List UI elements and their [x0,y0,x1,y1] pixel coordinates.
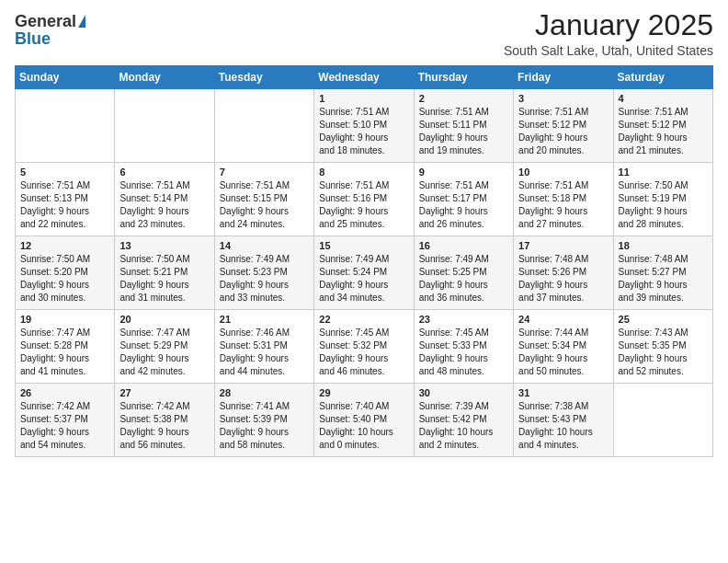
col-tuesday: Tuesday [214,66,313,89]
logo-general-text: General [15,13,76,29]
col-wednesday: Wednesday [314,66,414,89]
day-cell: 31Sunrise: 7:38 AMSunset: 5:43 PMDayligh… [514,384,613,457]
day-info: Sunrise: 7:50 AMSunset: 5:20 PMDaylight:… [20,253,109,304]
day-info: Sunrise: 7:51 AMSunset: 5:12 PMDaylight:… [518,106,608,157]
day-info: Sunrise: 7:43 AMSunset: 5:35 PMDaylight:… [619,327,708,378]
day-number: 25 [619,314,708,325]
day-cell: 10Sunrise: 7:51 AMSunset: 5:18 PMDayligh… [514,163,613,236]
col-friday: Friday [514,66,613,89]
day-info: Sunrise: 7:50 AMSunset: 5:19 PMDaylight:… [619,179,708,231]
day-number: 23 [419,314,508,325]
location: South Salt Lake, Utah, United States [504,43,713,58]
day-number: 14 [220,240,309,251]
day-number: 6 [119,167,209,178]
day-info: Sunrise: 7:39 AMSunset: 5:42 PMDaylight:… [419,400,508,452]
day-cell: 28Sunrise: 7:41 AMSunset: 5:39 PMDayligh… [214,384,313,457]
week-row-1: 1Sunrise: 7:51 AMSunset: 5:10 PMDaylight… [16,89,713,163]
logo-triangle-icon [78,15,85,28]
day-number: 27 [119,387,209,398]
day-cell [115,89,214,163]
calendar-header: Sunday Monday Tuesday Wednesday Thursday… [16,66,713,89]
day-cell: 19Sunrise: 7:47 AMSunset: 5:28 PMDayligh… [16,310,115,384]
day-cell [16,89,115,163]
month-title: January 2025 [504,9,713,41]
day-number: 4 [619,93,708,104]
page: General Blue January 2025 South Salt Lak… [0,0,728,563]
col-saturday: Saturday [613,66,712,89]
day-number: 9 [419,167,508,178]
day-cell: 18Sunrise: 7:48 AMSunset: 5:27 PMDayligh… [613,236,712,310]
day-number: 15 [319,240,408,251]
day-number: 18 [619,240,708,251]
logo: General Blue [15,9,85,49]
day-number: 1 [319,93,408,104]
day-info: Sunrise: 7:38 AMSunset: 5:43 PMDaylight:… [518,400,608,452]
day-cell: 29Sunrise: 7:40 AMSunset: 5:40 PMDayligh… [314,384,414,457]
day-cell: 13Sunrise: 7:50 AMSunset: 5:21 PMDayligh… [115,236,214,310]
title-area: January 2025 South Salt Lake, Utah, Unit… [504,9,713,58]
logo-blue-text: Blue [15,29,51,49]
day-cell: 20Sunrise: 7:47 AMSunset: 5:29 PMDayligh… [115,310,214,384]
day-number: 3 [518,93,608,104]
day-cell: 12Sunrise: 7:50 AMSunset: 5:20 PMDayligh… [16,236,115,310]
day-number: 20 [119,314,209,325]
day-info: Sunrise: 7:45 AMSunset: 5:32 PMDaylight:… [319,327,408,378]
day-number: 12 [20,240,109,251]
day-info: Sunrise: 7:41 AMSunset: 5:39 PMDaylight:… [220,400,309,452]
day-info: Sunrise: 7:51 AMSunset: 5:11 PMDaylight:… [419,106,508,157]
week-row-5: 26Sunrise: 7:42 AMSunset: 5:37 PMDayligh… [16,384,713,457]
calendar-table: Sunday Monday Tuesday Wednesday Thursday… [15,65,713,457]
calendar-body: 1Sunrise: 7:51 AMSunset: 5:10 PMDaylight… [16,89,713,457]
day-number: 16 [419,240,508,251]
week-row-2: 5Sunrise: 7:51 AMSunset: 5:13 PMDaylight… [16,163,713,236]
day-info: Sunrise: 7:49 AMSunset: 5:23 PMDaylight:… [220,253,309,304]
day-number: 22 [319,314,408,325]
day-cell: 24Sunrise: 7:44 AMSunset: 5:34 PMDayligh… [514,310,613,384]
day-info: Sunrise: 7:44 AMSunset: 5:34 PMDaylight:… [518,327,608,378]
col-monday: Monday [115,66,214,89]
day-cell: 6Sunrise: 7:51 AMSunset: 5:14 PMDaylight… [115,163,214,236]
day-number: 17 [518,240,608,251]
day-info: Sunrise: 7:48 AMSunset: 5:27 PMDaylight:… [619,253,708,304]
day-cell: 7Sunrise: 7:51 AMSunset: 5:15 PMDaylight… [214,163,313,236]
header: General Blue January 2025 South Salt Lak… [15,9,713,58]
day-number: 26 [20,387,109,398]
day-number: 28 [220,387,309,398]
col-thursday: Thursday [414,66,513,89]
day-info: Sunrise: 7:51 AMSunset: 5:17 PMDaylight:… [419,179,508,231]
day-cell: 15Sunrise: 7:49 AMSunset: 5:24 PMDayligh… [314,236,414,310]
day-info: Sunrise: 7:45 AMSunset: 5:33 PMDaylight:… [419,327,508,378]
day-info: Sunrise: 7:42 AMSunset: 5:37 PMDaylight:… [20,400,109,452]
day-cell: 16Sunrise: 7:49 AMSunset: 5:25 PMDayligh… [414,236,513,310]
day-cell [214,89,313,163]
day-cell: 11Sunrise: 7:50 AMSunset: 5:19 PMDayligh… [613,163,712,236]
day-cell: 21Sunrise: 7:46 AMSunset: 5:31 PMDayligh… [214,310,313,384]
day-cell [613,384,712,457]
day-info: Sunrise: 7:51 AMSunset: 5:13 PMDaylight:… [20,179,109,231]
day-cell: 23Sunrise: 7:45 AMSunset: 5:33 PMDayligh… [414,310,513,384]
day-cell: 25Sunrise: 7:43 AMSunset: 5:35 PMDayligh… [613,310,712,384]
day-number: 31 [518,387,608,398]
day-info: Sunrise: 7:48 AMSunset: 5:26 PMDaylight:… [518,253,608,304]
day-cell: 14Sunrise: 7:49 AMSunset: 5:23 PMDayligh… [214,236,313,310]
day-number: 2 [419,93,508,104]
day-cell: 22Sunrise: 7:45 AMSunset: 5:32 PMDayligh… [314,310,414,384]
day-info: Sunrise: 7:51 AMSunset: 5:16 PMDaylight:… [319,179,408,231]
day-cell: 5Sunrise: 7:51 AMSunset: 5:13 PMDaylight… [16,163,115,236]
day-info: Sunrise: 7:47 AMSunset: 5:29 PMDaylight:… [119,327,209,378]
day-info: Sunrise: 7:51 AMSunset: 5:18 PMDaylight:… [518,179,608,231]
day-info: Sunrise: 7:51 AMSunset: 5:14 PMDaylight:… [119,179,209,231]
day-cell: 8Sunrise: 7:51 AMSunset: 5:16 PMDaylight… [314,163,414,236]
day-info: Sunrise: 7:40 AMSunset: 5:40 PMDaylight:… [319,400,408,452]
day-info: Sunrise: 7:51 AMSunset: 5:12 PMDaylight:… [619,106,708,157]
day-number: 10 [518,167,608,178]
day-info: Sunrise: 7:51 AMSunset: 5:10 PMDaylight:… [319,106,408,157]
day-cell: 4Sunrise: 7:51 AMSunset: 5:12 PMDaylight… [613,89,712,163]
week-row-4: 19Sunrise: 7:47 AMSunset: 5:28 PMDayligh… [16,310,713,384]
week-row-3: 12Sunrise: 7:50 AMSunset: 5:20 PMDayligh… [16,236,713,310]
day-number: 24 [518,314,608,325]
day-number: 11 [619,167,708,178]
day-number: 29 [319,387,408,398]
day-cell: 30Sunrise: 7:39 AMSunset: 5:42 PMDayligh… [414,384,513,457]
day-cell: 26Sunrise: 7:42 AMSunset: 5:37 PMDayligh… [16,384,115,457]
